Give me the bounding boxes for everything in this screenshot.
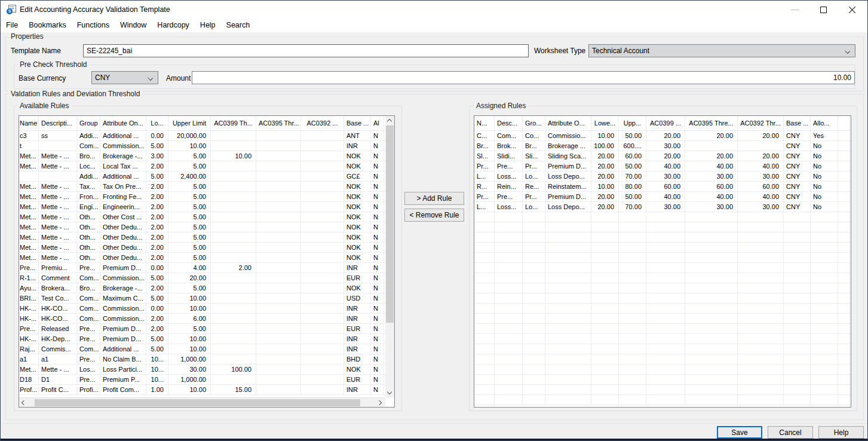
table-cell: Rein... bbox=[495, 182, 523, 191]
scroll-left-icon[interactable] bbox=[19, 399, 28, 408]
table-row[interactable]: Pr...Pre...Pr...Premium D...20.0050.0040… bbox=[474, 192, 851, 202]
table-row[interactable]: Prof...Profit C...Profi...Profit Com...1… bbox=[19, 385, 394, 395]
column-header[interactable]: Upper Limit bbox=[168, 116, 211, 130]
help-button[interactable]: Help bbox=[818, 426, 864, 439]
column-header[interactable]: Lowe... bbox=[591, 116, 619, 130]
table-cell bbox=[545, 273, 591, 283]
scroll-down-icon[interactable] bbox=[385, 388, 394, 397]
worksheet-type-select[interactable]: Technical Account bbox=[588, 44, 855, 57]
column-header[interactable]: AC0395 Thre... bbox=[685, 116, 738, 130]
close-button[interactable] bbox=[838, 1, 865, 19]
table-cell: Mette - ... bbox=[39, 151, 77, 161]
table-cell bbox=[619, 324, 646, 333]
table-row[interactable]: Met...Mette - ...Oth...Other Cost ...2.0… bbox=[19, 212, 394, 222]
table-row[interactable]: Met...Mette - ...Fron...Fronting Fe...2.… bbox=[19, 192, 394, 202]
column-header[interactable]: Base ... bbox=[784, 116, 811, 130]
column-header[interactable]: Attribute On... bbox=[100, 116, 146, 130]
base-currency-select[interactable]: CNY bbox=[91, 71, 158, 84]
table-cell: N bbox=[371, 263, 384, 272]
table-row[interactable]: Pre...Premiu...Pre...Premium D...0.004.0… bbox=[19, 263, 394, 273]
table-row[interactable]: Pr...Pre...Pr...Premium D...20.0050.0040… bbox=[474, 161, 851, 172]
table-row[interactable]: R-1...CommentCom...Commission...5.0020.0… bbox=[19, 273, 394, 283]
table-cell bbox=[811, 273, 838, 283]
menu-item-functions[interactable]: Functions bbox=[72, 19, 115, 32]
column-header[interactable]: AC0392 Thr... bbox=[738, 116, 784, 130]
table-row[interactable]: Met...Mette - ...Oth...Other Dedu...2.00… bbox=[19, 243, 394, 253]
column-header[interactable]: Name bbox=[19, 116, 39, 130]
table-row[interactable]: c3ssAddi...Additional ...0.0020,000.00AN… bbox=[19, 131, 394, 141]
table-row[interactable]: a1a1Pre...No Claim B...10...1,000.00BHDN bbox=[19, 354, 394, 365]
menu-item-window[interactable]: Window bbox=[115, 19, 152, 32]
column-header[interactable]: Allo... bbox=[811, 116, 838, 130]
table-cell: Pre... bbox=[77, 354, 100, 364]
table-row[interactable]: Met...Mette - ...Oth...Other Dedu...2.00… bbox=[19, 253, 394, 263]
column-header[interactable]: Group bbox=[77, 116, 100, 130]
column-header[interactable]: Base ... bbox=[344, 116, 371, 130]
table-row[interactable]: Met...Mette - ...Oth...Other Dedu...2.00… bbox=[19, 222, 394, 232]
table-cell bbox=[591, 293, 619, 303]
table-cell bbox=[685, 314, 738, 323]
table-row[interactable]: Met...Mette - ...Oth...Other Dedu...2.00… bbox=[19, 232, 394, 243]
table-row[interactable]: L...Loss...Lo...Loss Depo...20.0070.0030… bbox=[474, 172, 851, 182]
column-header[interactable]: Gro... bbox=[523, 116, 545, 130]
column-header[interactable]: Al bbox=[371, 116, 384, 130]
table-row[interactable]: Met...Mette - ...Tax...Tax On Pre...2.00… bbox=[19, 182, 394, 192]
column-header[interactable]: AC0395 Thr... bbox=[256, 116, 301, 130]
table-row[interactable]: tCom...Commission...5.0010.00INRN bbox=[19, 141, 394, 151]
table-row[interactable]: Met...Mette - ...Loc...Local Tax ...2.00… bbox=[19, 161, 394, 172]
table-row[interactable]: HK-...HK-Dep...Pre...Premium D...5.0010.… bbox=[19, 334, 394, 344]
table-row[interactable]: Addi...Additional ...5.002,400.00GC£N bbox=[19, 172, 394, 182]
table-row[interactable]: Ayu...Brokera...Bro...Brokerage -...2.00… bbox=[19, 283, 394, 293]
maximize-button[interactable] bbox=[810, 1, 837, 19]
table-row[interactable]: Sl...Slidi...Sli...Sliding Sca...20.0060… bbox=[474, 151, 851, 161]
template-name-input[interactable] bbox=[83, 44, 529, 57]
amount-input[interactable] bbox=[192, 71, 855, 84]
column-header[interactable]: Descripti... bbox=[39, 116, 77, 130]
scroll-up-icon[interactable] bbox=[385, 116, 394, 125]
cancel-button[interactable]: Cancel bbox=[768, 426, 813, 439]
table-row[interactable]: Br...Brok...Br...Brokerage ...100.00600.… bbox=[474, 141, 851, 151]
scroll-right-icon[interactable] bbox=[376, 399, 385, 408]
table-row[interactable]: BRI...Test Co...Com...Maximum C...5.0010… bbox=[19, 293, 394, 304]
remove-rule-button[interactable]: < Remove Rule bbox=[404, 209, 464, 222]
available-rules-table[interactable]: NameDescripti...GroupAttribute On...Lo..… bbox=[19, 115, 395, 408]
table-row[interactable]: D18D1Pre...Premium P...10...1,000.00EURN bbox=[19, 375, 394, 385]
scrollbar-thumb[interactable] bbox=[35, 399, 360, 406]
save-button[interactable]: Save bbox=[717, 426, 762, 439]
assigned-rules-table[interactable]: N...Desc...Gro...Attribute O...Lowe...Up… bbox=[474, 115, 851, 408]
menu-item-bookmarks[interactable]: Bookmarks bbox=[23, 19, 72, 32]
column-header[interactable] bbox=[838, 116, 850, 130]
column-header[interactable]: Attribute O... bbox=[545, 116, 591, 130]
scrollbar-thumb[interactable] bbox=[386, 125, 394, 323]
available-horizontal-scrollbar[interactable] bbox=[19, 397, 385, 407]
column-header[interactable]: Upp... bbox=[619, 116, 646, 130]
table-row[interactable]: Met...Mette - ...Engi...Engineerin...2.0… bbox=[19, 202, 394, 212]
table-row[interactable]: HK-...HK-CO...Com...Commission...2.006.0… bbox=[19, 314, 394, 324]
available-vertical-scrollbar[interactable] bbox=[385, 116, 394, 397]
column-header[interactable]: N... bbox=[474, 116, 495, 130]
table-cell bbox=[495, 375, 523, 384]
column-header[interactable]: AC0392 ... bbox=[301, 116, 344, 130]
menu-item-search[interactable]: Search bbox=[221, 19, 256, 32]
table-row[interactable]: C...Com...Co...Commissio...10.0050.0020.… bbox=[474, 131, 851, 141]
table-row[interactable]: Pre...ReleasedPre...Premium D...2.005.00… bbox=[19, 324, 394, 334]
add-rule-button[interactable]: > Add Rule bbox=[404, 192, 464, 205]
menu-item-help[interactable]: Help bbox=[195, 19, 221, 32]
table-row[interactable]: Raj...Commis...Com...Additional ...5.001… bbox=[19, 344, 394, 354]
column-header[interactable]: AC0399 Th... bbox=[211, 116, 256, 130]
column-header[interactable]: Desc... bbox=[495, 116, 523, 130]
column-header[interactable]: Lo... bbox=[146, 116, 168, 130]
table-row[interactable]: Met...Mette - ...Bro...Brokerage -...3.0… bbox=[19, 151, 394, 161]
column-header[interactable]: AC0399 ... bbox=[646, 116, 685, 130]
table-cell bbox=[838, 222, 850, 232]
table-row[interactable]: Met...Mette - ...Los...Loss Partici...10… bbox=[19, 365, 394, 375]
table-row[interactable]: L...Loss...Lo...Loss Depo...20.0070.0030… bbox=[474, 202, 851, 212]
table-row[interactable]: HK-...HK-CO...Com...Commission...0.0010.… bbox=[19, 304, 394, 314]
menu-item-hardcopy[interactable]: Hardcopy bbox=[152, 19, 195, 32]
table-cell bbox=[256, 243, 301, 252]
table-cell: Co... bbox=[523, 131, 545, 140]
table-row[interactable]: R...Rein...Re...Reinstatem...10.0080.006… bbox=[474, 182, 851, 192]
menu-item-file[interactable]: File bbox=[1, 19, 23, 32]
minimize-button[interactable] bbox=[782, 1, 809, 19]
table-cell: 20,000.00 bbox=[168, 131, 211, 140]
